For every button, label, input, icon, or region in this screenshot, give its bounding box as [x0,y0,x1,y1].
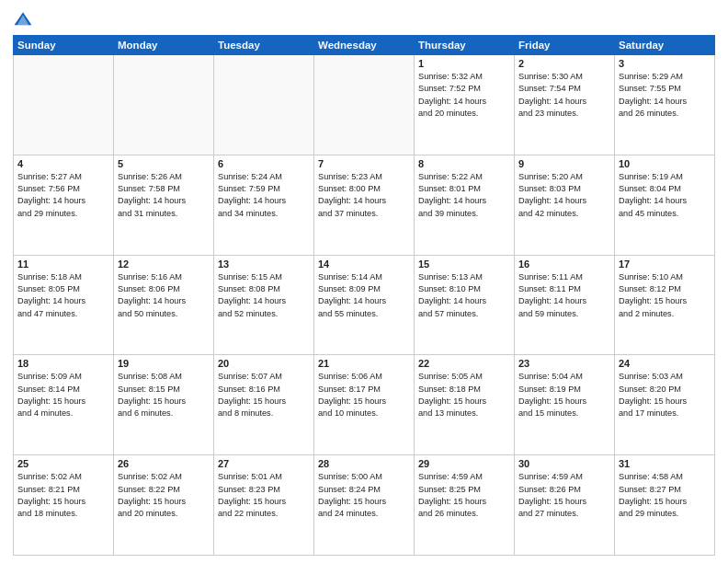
calendar-cell: 11Sunrise: 5:18 AM Sunset: 8:05 PM Dayli… [14,255,114,355]
day-number: 8 [418,158,510,169]
logo-icon [13,9,33,29]
weekday-header-friday: Friday [515,36,615,55]
day-number: 2 [518,58,610,69]
day-number: 9 [518,158,610,169]
day-info: Sunrise: 5:00 AM Sunset: 8:24 PM Dayligh… [318,471,410,520]
day-number: 29 [418,458,510,469]
calendar-cell: 26Sunrise: 5:02 AM Sunset: 8:22 PM Dayli… [114,455,214,556]
day-info: Sunrise: 5:19 AM Sunset: 8:04 PM Dayligh… [619,171,711,220]
day-number: 16 [518,259,610,270]
day-number: 12 [118,259,210,270]
calendar-cell: 9Sunrise: 5:20 AM Sunset: 8:03 PM Daylig… [515,155,615,255]
day-info: Sunrise: 5:32 AM Sunset: 7:52 PM Dayligh… [418,71,510,120]
weekday-header-sunday: Sunday [14,36,114,55]
day-info: Sunrise: 5:02 AM Sunset: 8:21 PM Dayligh… [17,471,109,520]
day-number: 28 [318,458,410,469]
day-number: 1 [418,58,510,69]
week-row-2: 4Sunrise: 5:27 AM Sunset: 7:56 PM Daylig… [14,155,715,255]
calendar-cell: 10Sunrise: 5:19 AM Sunset: 8:04 PM Dayli… [615,155,715,255]
day-info: Sunrise: 5:20 AM Sunset: 8:03 PM Dayligh… [518,171,610,220]
day-number: 17 [619,259,711,270]
weekday-header-tuesday: Tuesday [214,36,314,55]
day-number: 20 [218,358,310,369]
day-number: 27 [218,458,310,469]
calendar-cell [314,55,415,155]
day-info: Sunrise: 4:58 AM Sunset: 8:27 PM Dayligh… [619,471,711,520]
day-info: Sunrise: 5:14 AM Sunset: 8:09 PM Dayligh… [318,271,410,320]
day-info: Sunrise: 5:09 AM Sunset: 8:14 PM Dayligh… [17,371,109,419]
calendar-cell: 16Sunrise: 5:11 AM Sunset: 8:11 PM Dayli… [515,255,615,355]
day-info: Sunrise: 5:30 AM Sunset: 7:54 PM Dayligh… [518,71,610,120]
calendar-cell: 13Sunrise: 5:15 AM Sunset: 8:08 PM Dayli… [214,255,314,355]
day-info: Sunrise: 4:59 AM Sunset: 8:26 PM Dayligh… [518,471,610,520]
day-info: Sunrise: 5:02 AM Sunset: 8:22 PM Dayligh… [118,471,210,520]
day-number: 21 [318,358,410,369]
day-number: 23 [518,358,610,369]
calendar-cell: 30Sunrise: 4:59 AM Sunset: 8:26 PM Dayli… [515,455,615,556]
day-number: 11 [17,259,109,270]
calendar-cell: 6Sunrise: 5:24 AM Sunset: 7:59 PM Daylig… [214,155,314,255]
logo [13,9,37,29]
calendar-cell: 31Sunrise: 4:58 AM Sunset: 8:27 PM Dayli… [615,455,715,556]
calendar-cell: 1Sunrise: 5:32 AM Sunset: 7:52 PM Daylig… [415,55,515,155]
day-number: 22 [418,358,510,369]
day-info: Sunrise: 5:03 AM Sunset: 8:20 PM Dayligh… [619,371,711,419]
calendar-cell: 12Sunrise: 5:16 AM Sunset: 8:06 PM Dayli… [114,255,214,355]
week-row-3: 11Sunrise: 5:18 AM Sunset: 8:05 PM Dayli… [14,255,715,355]
day-number: 14 [318,259,410,270]
calendar-cell: 25Sunrise: 5:02 AM Sunset: 8:21 PM Dayli… [14,455,114,556]
calendar-cell: 14Sunrise: 5:14 AM Sunset: 8:09 PM Dayli… [314,255,415,355]
calendar-cell: 29Sunrise: 4:59 AM Sunset: 8:25 PM Dayli… [415,455,515,556]
calendar-cell [14,55,114,155]
day-number: 4 [17,158,109,169]
week-row-1: 1Sunrise: 5:32 AM Sunset: 7:52 PM Daylig… [14,55,715,155]
calendar-cell: 3Sunrise: 5:29 AM Sunset: 7:55 PM Daylig… [615,55,715,155]
weekday-header-thursday: Thursday [415,36,515,55]
calendar-cell [114,55,214,155]
day-info: Sunrise: 4:59 AM Sunset: 8:25 PM Dayligh… [418,471,510,520]
day-number: 31 [619,458,711,469]
calendar-cell: 21Sunrise: 5:06 AM Sunset: 8:17 PM Dayli… [314,355,415,455]
day-info: Sunrise: 5:23 AM Sunset: 8:00 PM Dayligh… [318,171,410,220]
calendar-cell: 20Sunrise: 5:07 AM Sunset: 8:16 PM Dayli… [214,355,314,455]
calendar-cell: 8Sunrise: 5:22 AM Sunset: 8:01 PM Daylig… [415,155,515,255]
week-row-5: 25Sunrise: 5:02 AM Sunset: 8:21 PM Dayli… [14,455,715,556]
day-info: Sunrise: 5:13 AM Sunset: 8:10 PM Dayligh… [418,271,510,320]
day-number: 5 [118,158,210,169]
calendar-cell: 15Sunrise: 5:13 AM Sunset: 8:10 PM Dayli… [415,255,515,355]
day-info: Sunrise: 5:22 AM Sunset: 8:01 PM Dayligh… [418,171,510,220]
calendar-cell: 24Sunrise: 5:03 AM Sunset: 8:20 PM Dayli… [615,355,715,455]
calendar-cell: 19Sunrise: 5:08 AM Sunset: 8:15 PM Dayli… [114,355,214,455]
calendar-cell: 17Sunrise: 5:10 AM Sunset: 8:12 PM Dayli… [615,255,715,355]
calendar-cell: 4Sunrise: 5:27 AM Sunset: 7:56 PM Daylig… [14,155,114,255]
calendar-cell: 28Sunrise: 5:00 AM Sunset: 8:24 PM Dayli… [314,455,415,556]
day-number: 7 [318,158,410,169]
day-info: Sunrise: 5:06 AM Sunset: 8:17 PM Dayligh… [318,371,410,419]
day-number: 10 [619,158,711,169]
day-info: Sunrise: 5:11 AM Sunset: 8:11 PM Dayligh… [518,271,610,320]
calendar-cell: 7Sunrise: 5:23 AM Sunset: 8:00 PM Daylig… [314,155,415,255]
day-info: Sunrise: 5:04 AM Sunset: 8:19 PM Dayligh… [518,371,610,419]
calendar-cell: 22Sunrise: 5:05 AM Sunset: 8:18 PM Dayli… [415,355,515,455]
calendar-cell: 23Sunrise: 5:04 AM Sunset: 8:19 PM Dayli… [515,355,615,455]
day-info: Sunrise: 5:27 AM Sunset: 7:56 PM Dayligh… [17,171,109,220]
day-number: 30 [518,458,610,469]
day-info: Sunrise: 5:24 AM Sunset: 7:59 PM Dayligh… [218,171,310,220]
calendar-cell: 18Sunrise: 5:09 AM Sunset: 8:14 PM Dayli… [14,355,114,455]
day-info: Sunrise: 5:29 AM Sunset: 7:55 PM Dayligh… [619,71,711,120]
weekday-header-saturday: Saturday [615,36,715,55]
day-number: 15 [418,259,510,270]
day-number: 26 [118,458,210,469]
day-number: 18 [17,358,109,369]
day-info: Sunrise: 5:05 AM Sunset: 8:18 PM Dayligh… [418,371,510,419]
calendar-cell: 2Sunrise: 5:30 AM Sunset: 7:54 PM Daylig… [515,55,615,155]
calendar-cell [214,55,314,155]
day-number: 25 [17,458,109,469]
day-number: 19 [118,358,210,369]
day-info: Sunrise: 5:15 AM Sunset: 8:08 PM Dayligh… [218,271,310,320]
weekday-header-row: SundayMondayTuesdayWednesdayThursdayFrid… [14,36,715,55]
page: SundayMondayTuesdayWednesdayThursdayFrid… [0,0,728,563]
day-info: Sunrise: 5:10 AM Sunset: 8:12 PM Dayligh… [619,271,711,320]
header [13,9,715,29]
day-info: Sunrise: 5:16 AM Sunset: 8:06 PM Dayligh… [118,271,210,320]
